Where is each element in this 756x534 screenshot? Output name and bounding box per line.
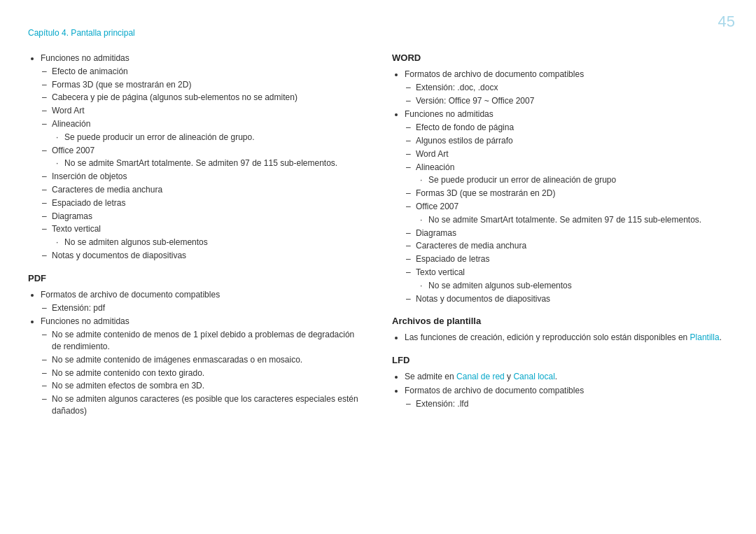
list-item: Diagramas — [416, 227, 728, 239]
sub-sub-list: No se admiten algunos sub-elementos — [52, 237, 364, 248]
list-item: No se admiten efectos de sombra en 3D. — [52, 380, 364, 392]
word-section: WORD Formatos de archivo de documento co… — [392, 52, 728, 304]
intro-sub-list: Efecto de animación Formas 3D (que se mo… — [41, 66, 364, 262]
list-item: Funciones no admitidas No se admite cont… — [41, 316, 364, 416]
list-item: Funciones no admitidas Efecto de fondo d… — [405, 108, 728, 304]
list-item: Formatos de archivo de documento compati… — [405, 385, 728, 410]
sub-list: No se admite contenido de menos de 1 píx… — [41, 329, 364, 417]
list-item: Notas y documentos de diapositivas — [52, 250, 364, 262]
list-item: Alineación Se puede producir un error de… — [416, 162, 728, 187]
canal-local-link[interactable]: Canal local — [513, 372, 554, 381]
list-item: Formatos de archivo de documento compati… — [41, 289, 364, 314]
sub-sub-list: No se admite SmartArt totalmente. Se adm… — [416, 214, 728, 226]
list-item: Office 2007 No se admite SmartArt totalm… — [416, 201, 728, 226]
sub-list: Extensión: .lfd — [405, 398, 728, 410]
lfd-heading: LFD — [392, 355, 728, 365]
canal-red-link[interactable]: Canal de red — [456, 372, 505, 381]
list-item: Extensión: pdf — [52, 302, 364, 314]
list-item: No se admite SmartArt totalmente. Se adm… — [64, 157, 364, 169]
list-item: Inserción de objetos — [52, 171, 364, 183]
main-content: Funciones no admitidas Efecto de animaci… — [28, 52, 728, 428]
list-item: Extensión: .lfd — [416, 398, 728, 410]
list-item: Word Art — [416, 148, 728, 160]
list-item: Se puede producir un error de alineación… — [64, 132, 364, 143]
page-number: 45 — [718, 13, 735, 31]
list-item: Efecto de fondo de página — [416, 122, 728, 134]
list-item: Caracteres de media anchura — [416, 240, 728, 252]
archivos-heading: Archivos de plantilla — [392, 316, 728, 326]
plantilla-link[interactable]: Plantilla — [690, 332, 720, 342]
list-item: Alineación Se puede producir un error de… — [52, 118, 364, 143]
sub-sub-list: Se puede producir un error de alineación… — [52, 132, 364, 143]
list-item: Office 2007 No se admite SmartArt totalm… — [52, 145, 364, 170]
lfd-list: Se admite en Canal de red y Canal local.… — [392, 371, 728, 409]
sub-list: Efecto de fondo de página Algunos estilo… — [405, 122, 728, 304]
list-item: Se admite en Canal de red y Canal local. — [405, 371, 728, 383]
sub-list: Extensión: pdf — [41, 302, 364, 314]
right-column: WORD Formatos de archivo de documento co… — [392, 52, 728, 428]
breadcrumb: Capítulo 4. Pantalla principal — [28, 28, 135, 38]
archivos-list: Las funciones de creación, edición y rep… — [392, 332, 728, 344]
list-item: No se admite contenido de menos de 1 píx… — [52, 329, 364, 353]
sub-sub-list: Se puede producir un error de alineación… — [416, 174, 728, 186]
list-item: Formas 3D (que se mostrarán en 2D) — [52, 79, 364, 91]
list-item: Extensión: .doc, .docx — [416, 82, 728, 94]
list-item: No se admiten algunos sub-elementos — [64, 237, 364, 248]
list-item: Diagramas — [52, 211, 364, 223]
list-item: No se admiten algunos caracteres (es pos… — [52, 393, 364, 417]
list-item: Formas 3D (que se mostrarán en 2D) — [416, 188, 728, 199]
list-item: No se admite SmartArt totalmente. Se adm… — [428, 214, 728, 226]
list-item: Espaciado de letras — [52, 197, 364, 209]
sub-sub-list: No se admite SmartArt totalmente. Se adm… — [52, 157, 364, 169]
list-item: Cabecera y pie de página (algunos sub-el… — [52, 92, 364, 104]
list-item: No se admiten algunos sub-elementos — [428, 280, 728, 292]
pdf-main-list: Formatos de archivo de documento compati… — [28, 289, 364, 417]
list-item: No se admite contenido de imágenes enmas… — [52, 354, 364, 366]
archivos-section: Archivos de plantilla Las funciones de c… — [392, 316, 728, 344]
lfd-section: LFD Se admite en Canal de red y Canal lo… — [392, 355, 728, 409]
list-item: Algunos estilos de párrafo — [416, 135, 728, 147]
list-item: Versión: Office 97 ~ Office 2007 — [416, 95, 728, 107]
pdf-section: PDF Formatos de archivo de documento com… — [28, 273, 364, 417]
list-item: Efecto de animación — [52, 66, 364, 78]
list-item: No se admite contenido con texto girado. — [52, 367, 364, 379]
list-item: Funciones no admitidas Efecto de animaci… — [41, 52, 364, 262]
word-heading: WORD — [392, 52, 728, 63]
list-item: Caracteres de media anchura — [52, 184, 364, 196]
list-item: Texto vertical No se admiten algunos sub… — [52, 223, 364, 248]
list-item: Las funciones de creación, edición y rep… — [405, 332, 728, 344]
intro-main-list: Funciones no admitidas Efecto de animaci… — [28, 52, 364, 262]
sub-sub-list: No se admiten algunos sub-elementos — [416, 280, 728, 292]
archivos-text-after: . — [720, 332, 722, 342]
word-main-list: Formatos de archivo de documento compati… — [392, 69, 728, 304]
list-item: Notas y documentos de diapositivas — [416, 293, 728, 305]
left-column: Funciones no admitidas Efecto de animaci… — [28, 52, 364, 428]
intro-section: Funciones no admitidas Efecto de animaci… — [28, 52, 364, 262]
list-item: Se puede producir un error de alineación… — [428, 174, 728, 186]
list-item: Texto vertical No se admiten algunos sub… — [416, 267, 728, 292]
pdf-heading: PDF — [28, 273, 364, 283]
list-item: Espaciado de letras — [416, 253, 728, 265]
archivos-text: Las funciones de creación, edición y rep… — [405, 332, 690, 342]
list-item: Formatos de archivo de documento compati… — [405, 69, 728, 106]
sub-list: Extensión: .doc, .docx Versión: Office 9… — [405, 82, 728, 107]
list-item: Word Art — [52, 105, 364, 117]
